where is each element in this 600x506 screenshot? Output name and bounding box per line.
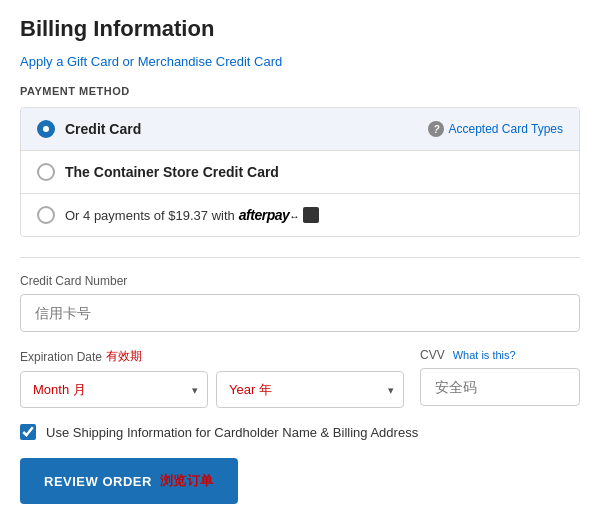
credit-card-label: Credit Card bbox=[65, 121, 141, 137]
month-select-wrapper: Month 月 01 02 03 04 05 06 07 08 09 10 11… bbox=[20, 371, 208, 408]
afterpay-logo: afterpay↔ bbox=[239, 207, 299, 223]
year-select-wrapper: Year 年 2024 2025 2026 2027 2028 2029 203… bbox=[216, 371, 404, 408]
credit-card-number-group: Credit Card Number bbox=[20, 274, 580, 332]
afterpay-row: Or 4 payments of $19.37 with afterpay↔ bbox=[65, 207, 319, 223]
review-order-cn-label: 浏览订单 bbox=[160, 472, 214, 490]
payment-section-label: PAYMENT METHOD bbox=[20, 85, 580, 97]
month-select[interactable]: Month 月 01 02 03 04 05 06 07 08 09 10 11… bbox=[20, 371, 208, 408]
help-icon: ? bbox=[428, 121, 444, 137]
review-order-button[interactable]: REVIEW ORDER 浏览订单 bbox=[20, 458, 238, 504]
use-shipping-checkbox[interactable] bbox=[20, 424, 36, 440]
expiration-date-group: Expiration Date 有效期 Month 月 01 02 03 04 … bbox=[20, 348, 404, 408]
radio-store-card[interactable] bbox=[37, 163, 55, 181]
use-shipping-label[interactable]: Use Shipping Information for Cardholder … bbox=[46, 425, 418, 440]
expiration-date-label: Expiration Date bbox=[20, 350, 102, 364]
expiration-date-cn-label: 有效期 bbox=[106, 348, 142, 365]
page-title: Billing Information bbox=[20, 16, 580, 42]
accepted-card-types-link[interactable]: ? Accepted Card Types bbox=[428, 121, 563, 137]
store-card-label: The Container Store Credit Card bbox=[65, 164, 279, 180]
cvv-input[interactable] bbox=[420, 368, 580, 406]
radio-afterpay[interactable] bbox=[37, 206, 55, 224]
radio-credit-card[interactable] bbox=[37, 120, 55, 138]
payment-option-store-card[interactable]: The Container Store Credit Card bbox=[21, 151, 579, 194]
afterpay-text: Or 4 payments of $19.37 with bbox=[65, 208, 235, 223]
payment-option-afterpay[interactable]: Or 4 payments of $19.37 with afterpay↔ bbox=[21, 194, 579, 236]
year-select[interactable]: Year 年 2024 2025 2026 2027 2028 2029 203… bbox=[216, 371, 404, 408]
payment-options-container: Credit Card ? Accepted Card Types The Co… bbox=[20, 107, 580, 237]
accepted-types-label: Accepted Card Types bbox=[448, 122, 563, 136]
expiry-cvv-row: Expiration Date 有效期 Month 月 01 02 03 04 … bbox=[20, 348, 580, 408]
use-shipping-row: Use Shipping Information for Cardholder … bbox=[20, 424, 580, 440]
expiry-selects: Month 月 01 02 03 04 05 06 07 08 09 10 11… bbox=[20, 371, 404, 408]
divider bbox=[20, 257, 580, 258]
what-is-this-link[interactable]: What is this? bbox=[453, 349, 516, 361]
gift-card-link[interactable]: Apply a Gift Card or Merchandise Credit … bbox=[20, 54, 282, 69]
afterpay-badge-icon bbox=[303, 207, 319, 223]
credit-card-number-label: Credit Card Number bbox=[20, 274, 580, 288]
cvv-group: CVV What is this? bbox=[420, 348, 580, 406]
review-order-label: REVIEW ORDER bbox=[44, 474, 152, 489]
cvv-label: CVV bbox=[420, 348, 445, 362]
payment-option-credit-card[interactable]: Credit Card ? Accepted Card Types bbox=[21, 108, 579, 151]
credit-card-number-input[interactable] bbox=[20, 294, 580, 332]
